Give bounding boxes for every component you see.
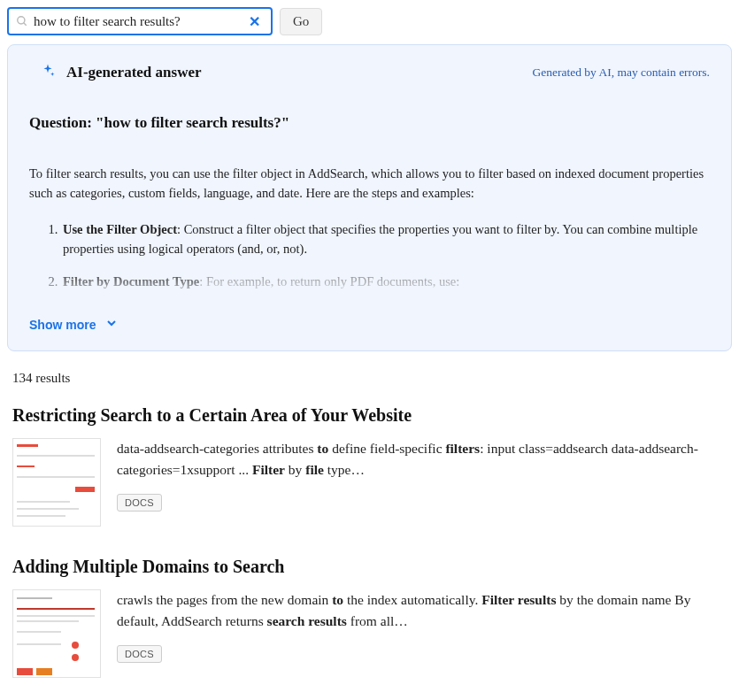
ai-header: AI-generated answer Generated by AI, may… [29, 63, 710, 82]
clear-icon[interactable]: ✕ [245, 13, 264, 30]
search-row: ✕ Go [7, 7, 732, 35]
show-more-button[interactable]: Show more [29, 316, 710, 333]
result-snippet: crawls the pages from the new domain to … [117, 589, 727, 631]
search-result: Adding Multiple Domains to Search crawls… [7, 557, 732, 678]
ai-intro-text: To filter search results, you can use th… [29, 164, 710, 204]
result-tag[interactable]: DOCS [117, 494, 162, 512]
results-count: 134 results [12, 371, 732, 386]
result-title[interactable]: Restricting Search to a Certain Area of … [12, 405, 727, 426]
ai-disclaimer: Generated by AI, may contain errors. [532, 65, 710, 80]
result-tag[interactable]: DOCS [117, 645, 162, 663]
ai-step: Filter by Document Type: For example, to… [61, 272, 710, 291]
result-thumbnail[interactable] [12, 438, 101, 527]
ai-question: Question: "how to filter search results?… [29, 114, 710, 132]
result-snippet: data-addsearch-categories attributes to … [117, 438, 727, 480]
ai-title: AI-generated answer [66, 64, 202, 81]
ai-step: Use the Filter Object: Construct a filte… [61, 219, 710, 259]
chevron-down-icon [104, 316, 119, 333]
ai-header-left: AI-generated answer [40, 63, 202, 82]
ai-steps-list: Use the Filter Object: Construct a filte… [29, 219, 710, 291]
svg-line-1 [24, 23, 27, 26]
search-icon [16, 15, 28, 27]
svg-point-0 [18, 17, 25, 24]
sparkle-icon [40, 63, 56, 82]
result-thumbnail[interactable] [12, 589, 101, 678]
go-button[interactable]: Go [280, 8, 322, 35]
search-result: Restricting Search to a Certain Area of … [7, 405, 732, 527]
result-title[interactable]: Adding Multiple Domains to Search [12, 557, 727, 577]
search-box[interactable]: ✕ [7, 7, 273, 35]
search-input[interactable] [34, 14, 245, 29]
ai-answer-panel: AI-generated answer Generated by AI, may… [7, 44, 732, 351]
